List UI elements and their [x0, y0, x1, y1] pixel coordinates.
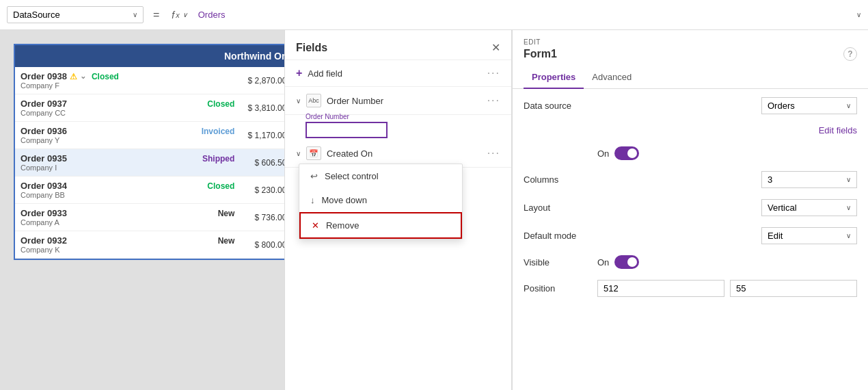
order-number: Order 0937 Closed [21, 99, 234, 109]
order-number-input[interactable] [306, 122, 388, 138]
datasource-dropdown[interactable]: Orders ∨ [761, 97, 857, 114]
table-row[interactable]: Order 0933 New Company A $ 736.00 › [15, 204, 284, 231]
prop-row-position: Position [524, 280, 857, 297]
row-amount: $ 230.00 [239, 185, 284, 195]
row-info: Order 0938 ⚠ ⌄ Closed Company F [21, 71, 234, 90]
field-name: Order Number [327, 96, 482, 106]
row-company: Company F [21, 81, 234, 90]
order-number: Order 0933 New [21, 208, 234, 218]
props-help-icon[interactable]: ? [843, 47, 857, 61]
table-row[interactable]: Order 0938 ⚠ ⌄ Closed Company F $ 2,870.… [15, 67, 284, 94]
row-status: Closed [92, 72, 119, 81]
prop-value-columns: 3 ∨ [597, 171, 857, 188]
add-field-dots-icon[interactable]: ··· [487, 67, 500, 79]
row-info: Order 0937 Closed Company CC [21, 99, 234, 117]
dropdown-chevron-icon: ∨ [846, 102, 851, 109]
prop-row-visible: Visible On [524, 255, 857, 269]
field-input-preview: Order Number [306, 113, 388, 138]
prop-row-columns: Columns 3 ∨ [524, 171, 857, 188]
context-menu-move-down[interactable]: ↓ Move down [299, 188, 462, 212]
prop-row-layout: Layout Vertical ∨ [524, 199, 857, 216]
field-chevron-icon[interactable]: ∨ [296, 97, 301, 105]
prop-value-datasource: Orders ∨ [597, 97, 857, 114]
table-row[interactable]: Order 0932 New Company K $ 800.00 › [15, 231, 284, 259]
table-row[interactable]: Order 0935 Shipped Company I $ 606.50 › [15, 149, 284, 177]
row-status: Closed [207, 181, 234, 191]
gallery-title: Northwind Ord [224, 51, 284, 62]
add-field-label: Add field [308, 68, 342, 79]
tab-advanced[interactable]: Advanced [584, 66, 640, 89]
field-type-icon: 📅 [306, 146, 321, 160]
layout-dropdown[interactable]: Vertical ∨ [761, 199, 857, 216]
columns-dropdown[interactable]: 3 ∨ [761, 171, 857, 188]
edit-fields-link[interactable]: Edit fields [819, 125, 857, 135]
fields-close-button[interactable]: ✕ [491, 41, 500, 54]
row-status: New [218, 236, 235, 246]
props-form-name: Form1 [524, 48, 557, 60]
add-field-row[interactable]: + Add field ··· [285, 60, 511, 87]
table-row[interactable]: Order 0937 Closed Company CC $ 3,810.00 … [15, 94, 284, 122]
canvas-content: Northwind Ord Order 0938 ⚠ ⌄ Closed Comp… [14, 44, 284, 260]
prop-label-columns: Columns [524, 174, 592, 185]
row-amount: $ 800.00 [239, 240, 284, 250]
prop-row-snap: On [524, 146, 857, 160]
gallery-header: Northwind Ord [15, 45, 284, 67]
sort-icon: ⌄ [80, 72, 86, 81]
row-status: Shipped [202, 154, 234, 164]
select-control-icon: ↩ [310, 171, 318, 181]
snap-on-label: On [597, 148, 609, 159]
row-info: Order 0932 New Company K [21, 235, 234, 254]
field-item-order-number: ∨ Abc Order Number ··· Order Number [285, 87, 511, 115]
dropdown-chevron-icon: ∨ [846, 232, 851, 239]
prop-row-default-mode: Default mode Edit ∨ [524, 227, 857, 244]
context-menu: ↩ Select control ↓ Move down ✕ Remove [299, 164, 463, 239]
fx-button[interactable]: f x ∨ [169, 10, 189, 21]
row-amount: $ 3,810.00 [239, 103, 284, 113]
field-options-icon[interactable]: ··· [487, 94, 500, 107]
fields-header: Fields ✕ [285, 30, 511, 60]
remove-icon: ✕ [312, 220, 319, 231]
table-row[interactable]: Order 0934 Closed Company BB $ 230.00 › [15, 177, 284, 204]
position-y-input[interactable] [730, 280, 857, 297]
field-chevron-icon[interactable]: ∨ [296, 150, 301, 157]
fields-title: Fields [296, 42, 327, 54]
dropdown-chevron-icon: ∨ [846, 176, 851, 183]
context-menu-remove[interactable]: ✕ Remove [299, 212, 462, 239]
order-number-label: Order Number [306, 113, 388, 120]
datasource-dropdown[interactable]: DataSource ∨ [7, 6, 144, 23]
prop-label-default-mode: Default mode [524, 231, 592, 241]
formula-value[interactable]: Orders [195, 10, 851, 20]
visible-toggle[interactable] [614, 255, 639, 269]
context-menu-select-control[interactable]: ↩ Select control [299, 164, 462, 188]
props-edit-label: EDIT [513, 30, 868, 46]
fields-panel: Fields ✕ + Add field ··· ∨ Abc Order Num… [284, 30, 512, 390]
context-menu-move-label: Move down [321, 195, 366, 205]
canvas-panel: Northwind Ord Order 0938 ⚠ ⌄ Closed Comp… [0, 30, 284, 390]
field-options-icon[interactable]: ··· [487, 147, 500, 159]
row-amount: $ 736.00 [239, 213, 284, 222]
row-amount: $ 606.50 [239, 158, 284, 168]
prop-row-edit-fields: Edit fields [524, 125, 857, 135]
field-type-icon: Abc [306, 94, 321, 107]
top-bar: DataSource ∨ = f x ∨ Orders ∨ [0, 0, 868, 30]
equals-symbol: = [149, 9, 163, 21]
tab-properties[interactable]: Properties [524, 66, 584, 89]
order-number: Order 0936 Invoiced [21, 126, 234, 136]
default-mode-dropdown[interactable]: Edit ∨ [761, 227, 857, 244]
snap-toggle[interactable] [614, 146, 639, 160]
prop-label-position: Position [524, 283, 592, 294]
formula-bar-chevron-icon: ∨ [856, 11, 861, 18]
row-company: Company BB [21, 191, 234, 199]
row-status: Closed [207, 99, 234, 109]
row-status: Invoiced [202, 127, 235, 136]
row-info: Order 0935 Shipped Company I [21, 153, 234, 172]
props-body: Data source Orders ∨ Edit fields On [513, 89, 868, 390]
row-amount: $ 1,170.00 [239, 131, 284, 140]
row-amount: $ 2,870.00 [239, 76, 284, 86]
table-row[interactable]: Order 0936 Invoiced Company Y $ 1,170.00… [15, 122, 284, 149]
row-info: Order 0934 Closed Company BB [21, 181, 234, 199]
row-company: Company CC [21, 109, 234, 117]
dropdown-chevron-icon: ∨ [846, 204, 851, 211]
position-x-input[interactable] [597, 280, 724, 297]
order-number: Order 0932 New [21, 235, 234, 246]
